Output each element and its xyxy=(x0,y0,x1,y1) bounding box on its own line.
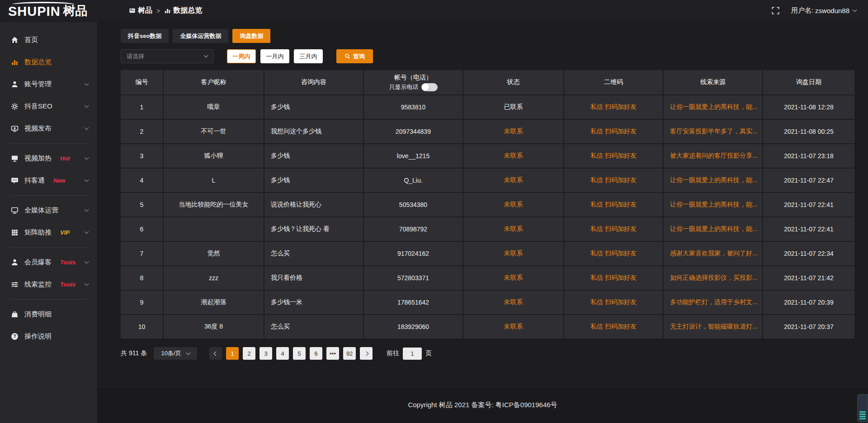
page-button-3[interactable]: 3 xyxy=(259,347,272,360)
status-badge: 已联系 xyxy=(463,95,564,120)
sidebar-item-2[interactable]: 数据总览 xyxy=(0,51,97,73)
status-badge: 未联系 xyxy=(463,120,564,144)
page-size-select[interactable]: 10条/页 xyxy=(154,347,197,360)
sidebar-item-1[interactable]: 首页 xyxy=(0,29,97,51)
page-button-92[interactable]: 92 xyxy=(343,347,356,360)
sidebar-item-13[interactable]: ?操作说明 xyxy=(0,325,97,348)
qr-link[interactable]: 私信 扫码加好友 xyxy=(564,217,664,242)
source-link[interactable]: 让你一眼就爱上的黑科技，能... xyxy=(664,193,763,217)
prev-page-button[interactable] xyxy=(209,347,222,360)
period-button-2[interactable]: 一月内 xyxy=(260,49,289,63)
status-badge: 未联系 xyxy=(463,242,564,266)
phone-toggle-label: 只显示电话 xyxy=(389,83,419,91)
cell-account: 183929060 xyxy=(364,315,463,339)
phone-only-toggle[interactable] xyxy=(421,83,438,91)
source-link[interactable]: 如何正确选择投影仪，买投影... xyxy=(664,266,763,291)
qr-link[interactable]: 私信 扫码加好友 xyxy=(564,315,664,339)
sidebar-divider xyxy=(10,143,87,144)
cell-no: 1 xyxy=(121,95,164,120)
period-button-3[interactable]: 三月内 xyxy=(294,49,323,63)
source-link[interactable]: 让你一眼就爱上的黑科技，能... xyxy=(664,95,763,120)
status-badge: 未联系 xyxy=(463,315,564,339)
sidebar-item-10[interactable]: 会员爆客Tools xyxy=(0,251,97,273)
sidebar-item-8[interactable]: 全媒体运营 xyxy=(0,199,97,221)
home-icon xyxy=(11,36,19,44)
table-row: 7觉然怎么买917024162未联系私信 扫码加好友感谢大家喜欢我家，被问了好.… xyxy=(121,242,854,266)
qr-link[interactable]: 私信 扫码加好友 xyxy=(564,266,664,291)
filter-select[interactable]: 请选择 xyxy=(121,49,213,63)
qr-link[interactable]: 私信 扫码加好友 xyxy=(564,242,664,266)
qr-link[interactable]: 私信 扫码加好友 xyxy=(564,169,664,193)
sidebar-divider xyxy=(10,299,87,300)
query-button[interactable]: 查询 xyxy=(336,49,373,63)
tab-1[interactable]: 抖音seo数据 xyxy=(121,29,169,43)
period-buttons: 一周内一月内三月内 xyxy=(227,49,323,63)
sidebar-item-3[interactable]: 账号管理 xyxy=(0,73,97,95)
user-menu[interactable]: 用户名: zswodun88 xyxy=(791,6,856,15)
qr-link[interactable]: 私信 扫码加好友 xyxy=(564,144,664,169)
source-link[interactable]: 感谢大家喜欢我家，被问了好... xyxy=(664,242,763,266)
column-header: 询盘日期 xyxy=(763,70,854,95)
page-ellipsis[interactable]: ••• xyxy=(326,347,339,360)
page-button-2[interactable]: 2 xyxy=(243,347,255,360)
cell-account: 572803371 xyxy=(364,266,463,291)
qr-link[interactable]: 私信 扫码加好友 xyxy=(564,120,664,144)
qr-link[interactable]: 私信 扫码加好友 xyxy=(564,95,664,120)
table-row: 1哦章多少钱9583810已联系私信 扫码加好友让你一眼就爱上的黑科技，能...… xyxy=(121,95,854,120)
source-link[interactable]: 让你一眼就爱上的黑科技，能... xyxy=(664,217,763,242)
fullscreen-icon[interactable] xyxy=(772,7,779,14)
cell-nickname: zzz xyxy=(164,266,264,291)
cell-no: 10 xyxy=(121,315,164,339)
sidebar-item-6[interactable]: 视频加热Hot xyxy=(0,147,97,169)
sidebar-item-badge: Hot xyxy=(60,155,70,162)
cell-nickname xyxy=(164,217,264,242)
source-link[interactable]: 客厅安装投影半年多了，真实... xyxy=(664,120,763,144)
next-page-button[interactable] xyxy=(360,347,373,360)
cell-content: 多少钱 xyxy=(264,169,364,193)
breadcrumb-item-current[interactable]: 数据总览 xyxy=(164,6,202,15)
toggle-knob xyxy=(422,84,429,91)
tab-2[interactable]: 全媒体运营数据 xyxy=(173,29,228,43)
cell-no: 5 xyxy=(121,193,164,217)
source-link[interactable]: 被大家追着问的客厅投影分享... xyxy=(664,144,763,169)
status-badge: 未联系 xyxy=(463,193,564,217)
qr-link[interactable]: 私信 扫码加好友 xyxy=(564,291,664,315)
source-link[interactable]: 让你一眼就爱上的黑科技，能... xyxy=(664,169,763,193)
page-button-4[interactable]: 4 xyxy=(276,347,289,360)
cell-date: 2021-11-07 22:47 xyxy=(763,169,854,193)
username-label: 用户名: xyxy=(791,6,813,15)
username-value: zswodun88 xyxy=(815,7,849,14)
cell-no: 7 xyxy=(121,242,164,266)
floating-widget[interactable] xyxy=(857,394,868,422)
tab-3[interactable]: 询盘数据 xyxy=(232,29,270,43)
logo-arc xyxy=(12,2,75,7)
breadcrumb-item-home[interactable]: 树品 xyxy=(129,6,152,15)
total-count: 共 911 条 xyxy=(121,349,147,357)
page-button-5[interactable]: 5 xyxy=(293,347,306,360)
sidebar-item-5[interactable]: 视频发布 xyxy=(0,118,97,140)
page-button-6[interactable]: 6 xyxy=(310,347,322,360)
qr-link[interactable]: 私信 扫码加好友 xyxy=(564,193,664,217)
sidebar-divider xyxy=(10,247,87,248)
goto-page-input[interactable] xyxy=(403,348,422,360)
cell-no: 3 xyxy=(121,144,164,169)
page-button-1[interactable]: 1 xyxy=(226,347,239,360)
cell-date: 2021-11-07 22:34 xyxy=(763,242,854,266)
sidebar-item-label: 操作说明 xyxy=(24,332,52,341)
period-button-1[interactable]: 一周内 xyxy=(227,49,256,63)
sidebar-item-7[interactable]: 抖客通New xyxy=(0,169,97,192)
user-icon xyxy=(11,80,19,88)
video-publish-icon xyxy=(11,125,19,132)
footer: Copyright 树品 2021 备案号: 粤ICP备09019646号 xyxy=(97,387,868,423)
source-link[interactable]: 无主灯设计，智能磁吸轨道灯... xyxy=(664,315,763,339)
sidebar-divider xyxy=(10,195,87,196)
source-link[interactable]: 多功能护栏灯，适用于乡村文... xyxy=(664,291,763,315)
breadcrumb: 树品 > 数据总览 xyxy=(97,6,202,15)
sidebar-item-11[interactable]: 线索监控Tools xyxy=(0,273,97,296)
sidebar-item-12[interactable]: 消费明细 xyxy=(0,303,97,325)
sidebar-item-badge: VIP xyxy=(60,229,70,236)
cell-content: 多少钱 xyxy=(264,95,364,120)
bar-chart-icon xyxy=(11,58,19,66)
sidebar-item-4[interactable]: 抖音SEO xyxy=(0,95,97,118)
sidebar-item-9[interactable]: 矩阵助推VIP xyxy=(0,221,97,244)
